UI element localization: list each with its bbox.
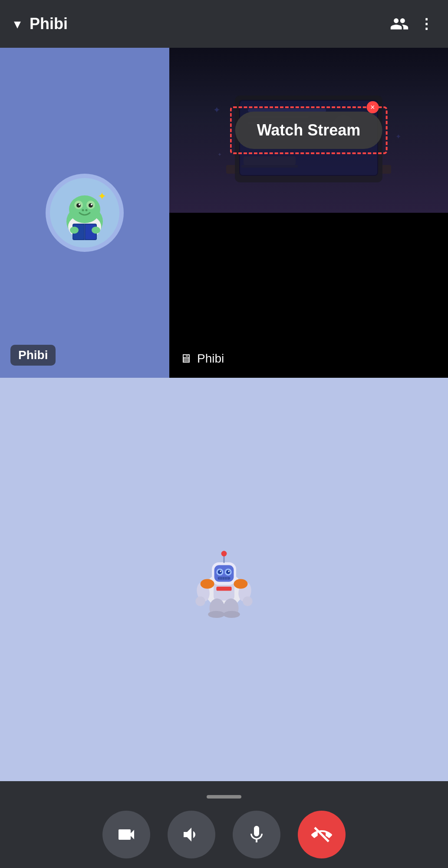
svg-point-43	[208, 611, 224, 618]
svg-point-49	[218, 570, 222, 574]
speaker-icon	[181, 824, 202, 845]
svg-point-60	[201, 579, 214, 588]
svg-point-50	[226, 570, 231, 574]
main-content: ✦ Phibi	[0, 48, 448, 868]
svg-text:✦: ✦	[213, 105, 221, 115]
left-video-panel: ✦ Phibi	[0, 48, 169, 378]
svg-point-61	[234, 579, 247, 588]
chevron-down-icon[interactable]: ▾	[14, 16, 21, 32]
page-title: Phibi	[30, 15, 68, 33]
drag-handle	[207, 795, 241, 799]
robot-svg	[189, 532, 259, 627]
svg-rect-29	[244, 156, 296, 165]
svg-point-10	[82, 209, 84, 211]
watch-stream-button[interactable]: Watch Stream	[235, 112, 382, 149]
more-options-icon[interactable]: ⋮	[419, 16, 434, 32]
end-call-button[interactable]	[298, 811, 346, 858]
svg-point-11	[86, 209, 88, 211]
microphone-button[interactable]	[233, 811, 280, 858]
svg-point-44	[223, 611, 240, 618]
watch-stream-overlay: × Watch Stream	[230, 106, 388, 154]
right-screen-panel: ✦ ✦ ✦ × Watch Stream 🖥 Phibi	[169, 48, 448, 378]
svg-point-40	[243, 596, 252, 606]
svg-point-7	[89, 203, 93, 208]
svg-point-59	[221, 551, 227, 556]
self-view-panel	[0, 378, 448, 781]
svg-point-6	[76, 203, 81, 208]
svg-point-52	[228, 571, 230, 572]
frog-avatar: ✦	[50, 178, 119, 248]
speaker-button[interactable]	[168, 811, 215, 858]
svg-text:✦: ✦	[98, 190, 106, 202]
self-avatar	[189, 545, 259, 614]
header-right: ⋮	[390, 14, 434, 33]
header-left: ▾ Phibi	[14, 15, 68, 33]
right-name-badge: 🖥 Phibi	[180, 351, 224, 366]
svg-point-3	[69, 195, 100, 223]
svg-rect-36	[216, 587, 231, 591]
svg-point-9	[91, 204, 92, 205]
header: ▾ Phibi ⋮	[0, 0, 448, 48]
bottom-controls-bar	[0, 781, 448, 868]
camera-button[interactable]	[102, 811, 150, 858]
svg-point-39	[195, 596, 205, 606]
right-name-label: Phibi	[197, 352, 224, 366]
camera-icon	[116, 824, 137, 845]
svg-rect-30	[241, 165, 298, 168]
screen-share-area: ✦ ✦ ✦ × Watch Stream	[169, 48, 448, 213]
svg-point-51	[220, 571, 221, 572]
svg-text:✦: ✦	[217, 152, 222, 158]
watch-stream-dashed-border: × Watch Stream	[230, 106, 388, 154]
left-name-badge: Phibi	[10, 345, 56, 366]
avatar-container: ✦	[46, 174, 124, 252]
microphone-icon	[246, 824, 267, 845]
svg-point-17	[70, 227, 79, 234]
svg-text:✦: ✦	[395, 133, 401, 140]
participants-icon[interactable]	[390, 14, 409, 33]
screen-share-icon: 🖥	[180, 351, 192, 366]
svg-point-18	[92, 227, 100, 234]
call-area: ✦ Phibi	[0, 48, 448, 378]
controls-row	[102, 811, 346, 858]
close-watch-stream-button[interactable]: ×	[366, 101, 379, 113]
svg-point-8	[79, 204, 80, 205]
end-call-icon	[311, 824, 332, 845]
